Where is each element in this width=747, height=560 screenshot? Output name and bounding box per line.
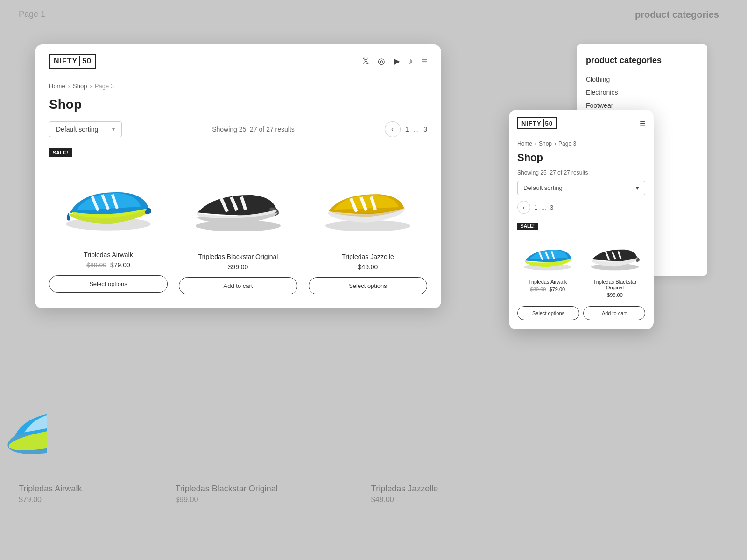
mobile-product-card-2: Tripledas Blackstar Original $99.00 bbox=[585, 233, 645, 301]
toolbar: Default sorting ▾ Showing 25–27 of 27 re… bbox=[49, 121, 427, 137]
logo-left: NIFTY bbox=[54, 57, 78, 65]
mobile-page-3[interactable]: 3 bbox=[550, 204, 553, 211]
product-1-price: $89.00 $79.00 bbox=[86, 261, 130, 269]
sidebar-item-electronics[interactable]: Electronics bbox=[586, 86, 698, 99]
bg-product-2-name: Tripledas Blackstar Original bbox=[175, 484, 277, 494]
mobile-logo-left: NIFTY bbox=[521, 120, 542, 127]
bg-top-right-text: product categories bbox=[635, 9, 719, 20]
product-grid: SALE! bbox=[49, 148, 427, 294]
breadcrumb-home[interactable]: Home bbox=[49, 83, 65, 90]
mobile-prev-button[interactable]: ‹ bbox=[517, 201, 530, 214]
results-text: Showing 25–27 of 27 results bbox=[212, 126, 295, 133]
desktop-header-icons: 𝕏 ◎ ▶ ♪ ≡ bbox=[362, 55, 427, 67]
mobile-header: NIFTY 50 ≡ bbox=[509, 110, 654, 137]
mobile-product-1-sale: $79.00 bbox=[550, 287, 565, 292]
mobile-select-options-button[interactable]: Select options bbox=[517, 306, 579, 320]
mobile-chevron-icon: ▾ bbox=[636, 184, 639, 191]
product-1-sale-price: $79.00 bbox=[110, 261, 130, 269]
product-1-original-price: $89.00 bbox=[86, 261, 106, 269]
product-2-add-button[interactable]: Add to cart bbox=[179, 277, 297, 294]
breadcrumb-page: Page 3 bbox=[95, 83, 114, 90]
mobile-page-dots: ... bbox=[541, 204, 546, 211]
mobile-page-title: Shop bbox=[517, 152, 645, 164]
chevron-down-icon: ▾ bbox=[112, 126, 115, 133]
mobile-product-1-orig: $89.00 bbox=[530, 287, 546, 292]
product-img-3 bbox=[309, 162, 427, 246]
bg-product-3-price: $49.00 bbox=[371, 496, 438, 504]
sidebar-item-clothing[interactable]: Clothing bbox=[586, 73, 698, 86]
mobile-breadcrumb-shop[interactable]: Shop bbox=[539, 140, 552, 147]
mobile-product-grid: Tripledas Airwalk $89.00 $79.00 bbox=[517, 233, 645, 301]
desktop-logo: NIFTY 50 bbox=[49, 54, 96, 69]
bg-product-3-name: Tripledas Jazzelle bbox=[371, 484, 438, 494]
desktop-modal-body: Home › Shop › Page 3 Shop Default sortin… bbox=[35, 78, 441, 308]
mobile-pagination: ‹ 1 ... 3 bbox=[517, 201, 645, 214]
product-2-price: $99.00 bbox=[228, 263, 248, 271]
mobile-page-1[interactable]: 1 bbox=[534, 204, 537, 211]
product-card-2: Tripledas Blackstar Original $99.00 Add … bbox=[179, 148, 297, 294]
mobile-modal: NIFTY 50 ≡ Home › Shop › Page 3 Shop Sho… bbox=[509, 110, 654, 329]
bg-product-1-price: $79.00 bbox=[19, 496, 82, 504]
instagram-icon[interactable]: ◎ bbox=[378, 56, 385, 66]
product-img-1 bbox=[49, 161, 168, 245]
mobile-sort-dropdown[interactable]: Default sorting ▾ bbox=[517, 181, 645, 195]
mobile-breadcrumb-page: Page 3 bbox=[558, 140, 576, 147]
mobile-sort-label: Default sorting bbox=[523, 184, 563, 191]
product-card-3: Tripledas Jazzelle $49.00 Select options bbox=[309, 148, 427, 294]
page-1-link[interactable]: 1 bbox=[405, 126, 409, 133]
product-3-price: $49.00 bbox=[358, 263, 378, 271]
page-title: Shop bbox=[49, 97, 427, 112]
mobile-product-1-price: $89.00 $79.00 bbox=[530, 287, 565, 292]
page-dots: ... bbox=[414, 126, 419, 133]
product-1-select-button[interactable]: Select options bbox=[49, 275, 168, 293]
bg-product-2-price: $99.00 bbox=[175, 496, 277, 504]
tiktok-icon[interactable]: ♪ bbox=[409, 56, 413, 66]
mobile-sale-badge: SALE! bbox=[517, 223, 538, 230]
mobile-product-img-1 bbox=[517, 233, 578, 275]
logo-right: 50 bbox=[82, 57, 92, 65]
product-2-name: Tripledas Blackstar Original bbox=[198, 253, 278, 260]
desktop-modal-header: NIFTY 50 𝕏 ◎ ▶ ♪ ≡ bbox=[35, 44, 441, 78]
breadcrumb-shop[interactable]: Shop bbox=[73, 83, 87, 90]
product-card-1: SALE! bbox=[49, 148, 168, 294]
product-3-name: Tripledas Jazzelle bbox=[342, 253, 394, 260]
sort-label: Default sorting bbox=[56, 126, 98, 133]
breadcrumb: Home › Shop › Page 3 bbox=[49, 83, 427, 90]
pagination: ‹ 1 ... 3 bbox=[385, 121, 427, 137]
desktop-modal: NIFTY 50 𝕏 ◎ ▶ ♪ ≡ Home › Shop › Page 3 … bbox=[35, 44, 441, 308]
mobile-breadcrumb: Home › Shop › Page 3 bbox=[517, 140, 645, 147]
mobile-btn-row: Select options Add to cart bbox=[517, 306, 645, 320]
product-1-name: Tripledas Airwalk bbox=[84, 251, 133, 259]
twitter-icon[interactable]: 𝕏 bbox=[362, 56, 369, 66]
product-3-select-button[interactable]: Select options bbox=[309, 277, 427, 294]
mobile-add-to-cart-button[interactable]: Add to cart bbox=[583, 306, 645, 320]
mobile-product-card-1: Tripledas Airwalk $89.00 $79.00 bbox=[517, 233, 578, 301]
page-3-link[interactable]: 3 bbox=[423, 126, 427, 133]
bg-top-left-text: Page 1 bbox=[19, 9, 45, 19]
menu-icon[interactable]: ≡ bbox=[421, 55, 427, 67]
bg-product-1-name: Tripledas Airwalk bbox=[19, 484, 82, 494]
mobile-product-1-name: Tripledas Airwalk bbox=[529, 279, 567, 285]
sort-dropdown[interactable]: Default sorting ▾ bbox=[49, 121, 122, 137]
mobile-menu-icon[interactable]: ≡ bbox=[640, 118, 645, 129]
mobile-breadcrumb-home[interactable]: Home bbox=[517, 140, 532, 147]
mobile-body: Home › Shop › Page 3 Shop Showing 25–27 … bbox=[509, 137, 654, 329]
product-img-2 bbox=[179, 162, 297, 246]
prev-page-button[interactable]: ‹ bbox=[385, 121, 401, 137]
bg-bottom-products: Tripledas Airwalk $79.00 Tripledas Black… bbox=[19, 484, 728, 504]
mobile-product-2-price: $99.00 bbox=[607, 292, 623, 298]
logo-divider bbox=[79, 56, 80, 66]
mobile-product-img-2 bbox=[585, 233, 645, 275]
mobile-product-2-name: Tripledas Blackstar Original bbox=[585, 279, 645, 290]
mobile-sale-wrapper: SALE! bbox=[517, 221, 645, 233]
mobile-results-text: Showing 25–27 of 27 results bbox=[517, 169, 645, 176]
youtube-icon[interactable]: ▶ bbox=[394, 56, 400, 66]
sidebar-title: product categories bbox=[586, 56, 698, 65]
mobile-logo: NIFTY 50 bbox=[517, 117, 557, 129]
bg-blue-shoe bbox=[0, 392, 47, 485]
mobile-logo-right: 50 bbox=[545, 120, 553, 127]
sale-badge-1: SALE! bbox=[49, 148, 72, 157]
mobile-logo-divider bbox=[543, 119, 544, 127]
